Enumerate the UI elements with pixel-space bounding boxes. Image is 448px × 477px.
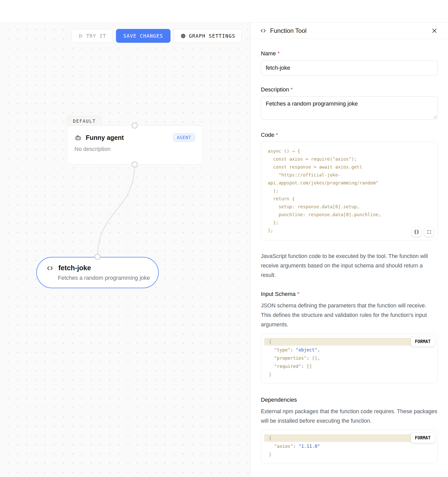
format-button[interactable]: FORMAT [411,336,435,347]
description-value: Fetches a random programming joke [266,100,358,107]
fetch-joke-node-description: Fetches a random programming joke [58,275,151,281]
agent-group-label: DEFAULT [73,119,96,124]
canvas-toolbar: TRY IT SAVE CHANGES GRAPH SETTINGS [71,29,242,43]
close-icon[interactable] [430,26,439,35]
edge-layer [0,23,250,477]
code-brackets-icon [260,27,266,34]
input-schema-label: Input Schema* [261,291,438,297]
code-label: Code* [261,132,438,138]
input-schema-editor[interactable]: FORMAT { "type": "object", "properties":… [261,334,438,383]
save-changes-button[interactable]: SAVE CHANGES [116,29,170,43]
dependencies-editor[interactable]: FORMAT { "axios": "1.11.0"} [261,430,438,463]
panel-title: Function Tool [270,27,426,34]
agent-node-title: Funny agent [86,134,169,141]
name-input[interactable] [261,60,438,76]
agent-type-badge: AGENT [173,133,195,142]
dependencies-label: Dependencies [261,397,438,403]
required-asterisk: * [291,86,293,93]
app-window: TRY IT SAVE CHANGES GRAPH SETTINGS DEFAU… [0,0,448,477]
name-label: Name* [261,50,438,57]
graph-canvas[interactable]: TRY IT SAVE CHANGES GRAPH SETTINGS DEFAU… [0,23,250,477]
code-editor-content[interactable]: async () ⇒ { const axios = require("axio… [261,142,438,240]
required-asterisk: * [297,291,300,297]
robot-icon [74,134,82,141]
description-input[interactable]: Fetches a random programming joke [261,96,438,120]
save-changes-label: SAVE CHANGES [123,33,163,39]
graph-settings-button[interactable]: GRAPH SETTINGS [174,29,242,43]
fetch-joke-node-title: fetch-joke [58,264,91,272]
required-asterisk: * [278,50,280,57]
code-help-text: JavaScript function code to be executed … [261,252,438,280]
fullscreen-icon[interactable] [424,227,434,237]
format-button[interactable]: FORMAT [411,433,435,443]
agent-node[interactable]: Funny agent AGENT No description [67,126,202,164]
try-it-button[interactable]: TRY IT [71,29,113,43]
panel-body: Name* Description* Fetches a random prog… [251,39,448,473]
description-label: Description* [261,86,438,93]
panel-header: Function Tool [251,23,448,39]
code-editor[interactable]: async () ⇒ { const axios = require("axio… [261,142,438,240]
required-asterisk: * [276,132,278,138]
top-bar [0,0,448,23]
play-icon [78,33,83,39]
code-brackets-icon [46,264,54,272]
braces-format-icon[interactable]: {} [412,227,421,237]
agent-node-description: No description [74,146,195,152]
try-it-label: TRY IT [86,33,106,39]
edge-agent-to-tool [98,164,135,257]
fetch-joke-node[interactable]: fetch-joke Fetches a random programming … [36,257,159,288]
resize-handle[interactable] [433,115,436,118]
agent-group-tab[interactable]: DEFAULT [67,116,102,127]
input-schema-help-text: JSON schema defining the parameters that… [261,301,438,329]
graph-settings-label: GRAPH SETTINGS [189,33,235,39]
function-tool-panel: Function Tool Name* Description* Fetches… [250,23,448,477]
gear-icon [180,33,186,39]
dependencies-help-text: External npm packages that the function … [261,407,438,426]
